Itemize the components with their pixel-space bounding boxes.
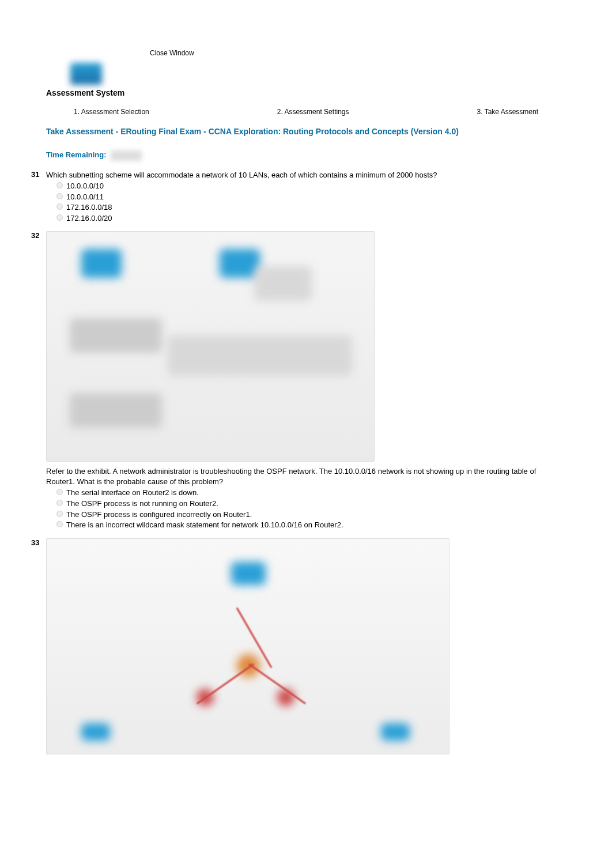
question-text: Refer to the exhibit. A network administ… xyxy=(46,466,566,486)
options-list: The serial interface on Router2 is down.… xyxy=(56,488,566,530)
exhibit-container xyxy=(46,231,566,462)
question-number: 33 xyxy=(31,538,39,547)
time-remaining-row: Time Remaining: xyxy=(46,150,566,161)
radio-icon[interactable] xyxy=(56,193,63,199)
question-32: 32 Refer to the exhibit. A network admin… xyxy=(46,231,566,530)
option-label: There is an incorrect wildcard mask stat… xyxy=(66,520,343,530)
time-remaining-value xyxy=(111,150,142,161)
step-take-assessment: 3. Take Assessment xyxy=(477,108,539,116)
wizard-steps: 1. Assessment Selection 2. Assessment Se… xyxy=(74,108,538,116)
radio-icon[interactable] xyxy=(56,500,63,506)
option-row[interactable]: The serial interface on Router2 is down. xyxy=(56,488,566,498)
time-remaining-label: Time Remaining: xyxy=(46,150,107,159)
option-row[interactable]: 10.0.0.0/11 xyxy=(56,192,566,202)
option-label: The OSPF process is configured incorrect… xyxy=(66,510,252,520)
radio-icon[interactable] xyxy=(56,203,63,210)
question-33: 33 xyxy=(46,538,566,754)
radio-icon[interactable] xyxy=(56,521,63,527)
question-31: 31 Which subnetting scheme will accommod… xyxy=(46,170,566,224)
options-list: 10.0.0.0/10 10.0.0.0/11 172.16.0.0/18 17… xyxy=(56,181,566,223)
radio-icon[interactable] xyxy=(56,489,63,495)
brand-logo xyxy=(70,63,102,85)
option-label: The OSPF process is not running on Route… xyxy=(66,499,218,509)
option-label: 172.16.0.0/20 xyxy=(66,213,112,224)
radio-icon[interactable] xyxy=(56,182,63,188)
option-row[interactable]: The OSPF process is not running on Route… xyxy=(56,499,566,509)
question-number: 32 xyxy=(31,231,39,240)
option-label: The serial interface on Router2 is down. xyxy=(66,488,199,498)
option-row[interactable]: 172.16.0.0/20 xyxy=(56,213,566,224)
option-row[interactable]: 10.0.0.0/10 xyxy=(56,181,566,191)
option-label: 10.0.0.0/11 xyxy=(66,192,104,202)
exhibit-container xyxy=(46,538,566,754)
question-number: 31 xyxy=(31,170,39,179)
exhibit-image xyxy=(46,231,375,462)
page-content: Close Window Assessment System 1. Assess… xyxy=(0,0,612,783)
option-label: 172.16.0.0/18 xyxy=(66,202,112,213)
question-text: Which subnetting scheme will accommodate… xyxy=(46,170,566,180)
step-assessment-settings[interactable]: 2. Assessment Settings xyxy=(277,108,349,116)
close-window-link[interactable]: Close Window xyxy=(150,49,566,57)
option-row[interactable]: 172.16.0.0/18 xyxy=(56,202,566,213)
option-row[interactable]: The OSPF process is configured incorrect… xyxy=(56,510,566,520)
assessment-title: Take Assessment - ERouting Final Exam - … xyxy=(46,126,566,138)
step-assessment-selection[interactable]: 1. Assessment Selection xyxy=(74,108,149,116)
system-title: Assessment System xyxy=(46,88,566,97)
radio-icon[interactable] xyxy=(56,511,63,517)
option-label: 10.0.0.0/10 xyxy=(66,181,104,191)
radio-icon[interactable] xyxy=(56,214,63,221)
exhibit-image xyxy=(46,538,449,754)
option-row[interactable]: There is an incorrect wildcard mask stat… xyxy=(56,520,566,530)
